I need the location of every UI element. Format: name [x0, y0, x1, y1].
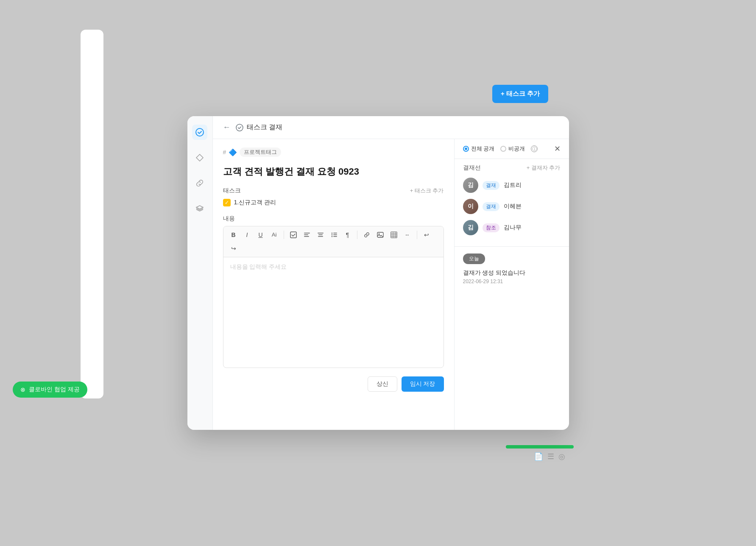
- table-button[interactable]: [388, 229, 400, 241]
- modal-title: 태스크 결재: [247, 123, 282, 132]
- toolbar-divider-2: [357, 231, 357, 239]
- approvers-section: 결재선 + 결재자 추가 김 결재 김트리: [455, 159, 569, 247]
- approver-avatar-3: 김: [463, 220, 478, 235]
- task-text: 1.신규고객 관리: [234, 199, 276, 206]
- bold-button[interactable]: B: [228, 229, 240, 241]
- task-section: 태스크 + 태스크 추가 ✓ 1.신규고객 관리: [223, 187, 444, 206]
- paragraph-button[interactable]: ¶: [342, 229, 354, 241]
- background-sidebar: [81, 30, 103, 398]
- content-label: 내용: [223, 215, 444, 223]
- svg-point-11: [331, 234, 332, 235]
- activity-section: 오늘 결재가 생성 되었습니다 2022-06-29 12:31: [455, 247, 569, 430]
- list-button[interactable]: [328, 229, 340, 241]
- add-task-button[interactable]: + 태스크 추가: [410, 187, 444, 195]
- right-panel: 전체 공개 비공개 ⓘ ✕ 결재선 + 결: [455, 139, 569, 430]
- editor-body[interactable]: 내용을 입력해 주세요: [223, 257, 444, 368]
- private-radio[interactable]: [500, 146, 506, 152]
- approver-name-1: 김트리: [504, 181, 522, 189]
- activity-message: 결재가 생성 되었습니다: [463, 269, 561, 277]
- svg-rect-6: [318, 233, 324, 234]
- sidebar-check-icon[interactable]: [192, 125, 207, 140]
- svg-rect-2: [290, 232, 296, 238]
- main-modal: ← 태스크 결재 # 🔷 프로젝트태그 고객 견적 발행건 결재 요청 0923: [187, 116, 569, 430]
- svg-rect-10: [333, 233, 337, 234]
- editor-toolbar: B I U Ai: [223, 226, 444, 257]
- svg-point-0: [196, 128, 204, 136]
- toolbar-divider-3: [417, 231, 417, 239]
- modal-footer: 상신 임시 저장: [223, 376, 444, 392]
- approver-row-3: 김 참조 김나무: [463, 220, 561, 235]
- underline-button[interactable]: U: [255, 229, 267, 241]
- task-section-label: 태스크: [223, 187, 241, 195]
- toolbar-divider-1: [284, 231, 284, 239]
- svg-rect-7: [318, 234, 323, 235]
- modal-body: # 🔷 프로젝트태그 고객 견적 발행건 결재 요청 0923 태스크 + 태스…: [213, 139, 569, 430]
- approver-badge-2: 결재: [483, 202, 499, 211]
- svg-point-16: [378, 233, 379, 234]
- visibility-options: 전체 공개 비공개 ⓘ: [463, 145, 538, 153]
- add-approver-button[interactable]: + 결재자 추가: [527, 164, 561, 172]
- info-icon[interactable]: ⓘ: [531, 145, 538, 152]
- approver-name-3: 김나무: [504, 224, 522, 231]
- close-button[interactable]: ✕: [554, 145, 561, 153]
- sidebar-link-icon[interactable]: [192, 176, 207, 191]
- svg-rect-8: [318, 236, 323, 237]
- link-button[interactable]: [361, 229, 373, 241]
- svg-point-9: [331, 233, 332, 234]
- approvers-header: 결재선 + 결재자 추가: [463, 164, 561, 172]
- task-checkbox[interactable]: ✓: [223, 199, 231, 206]
- ai-button[interactable]: Ai: [268, 229, 280, 241]
- svg-point-13: [331, 236, 332, 237]
- modal-sidebar: [187, 116, 213, 430]
- align-center-button[interactable]: [315, 229, 326, 241]
- expand-button[interactable]: ↔: [402, 229, 413, 241]
- bottom-icons-row: 📄 ☰ ◎: [534, 452, 565, 461]
- check-circle-icon: [236, 124, 243, 131]
- approver-badge-1: 결재: [483, 181, 499, 190]
- approver-avatar-2: 이: [463, 199, 478, 214]
- hash-symbol: #: [223, 149, 226, 156]
- svg-rect-5: [304, 236, 309, 237]
- image-button[interactable]: [374, 229, 386, 241]
- modal-header: ← 태스크 결재: [213, 116, 569, 139]
- approver-avatar-1: 김: [463, 178, 478, 193]
- svg-rect-3: [304, 233, 310, 234]
- approvers-title: 결재선: [463, 164, 481, 172]
- approver-row-2: 이 결재 이헤븐: [463, 199, 561, 214]
- public-radio[interactable]: [463, 146, 469, 152]
- svg-rect-14: [333, 236, 337, 237]
- activity-timestamp: 2022-06-29 12:31: [463, 279, 561, 284]
- approver-row-1: 김 결재 김트리: [463, 178, 561, 193]
- undo-button[interactable]: ↩: [421, 229, 432, 241]
- cancel-button[interactable]: 상신: [368, 376, 397, 392]
- svg-point-1: [236, 124, 243, 131]
- approver-name-2: 이헤븐: [504, 203, 522, 210]
- task-item: ✓ 1.신규고객 관리: [223, 199, 444, 206]
- add-task-bg-button[interactable]: + 태스크 추가: [492, 85, 548, 103]
- tag-row: # 🔷 프로젝트태그: [223, 148, 444, 157]
- checkbox-button[interactable]: [287, 229, 299, 241]
- doc-icon[interactable]: 📄: [534, 452, 543, 461]
- today-badge: 오늘: [463, 254, 485, 264]
- list-icon[interactable]: ☰: [547, 452, 554, 461]
- back-button[interactable]: ←: [223, 123, 231, 132]
- tag-label: 프로젝트태그: [240, 148, 281, 157]
- right-panel-top: 전체 공개 비공개 ⓘ ✕: [455, 139, 569, 159]
- approver-badge-3: 참조: [483, 223, 499, 232]
- italic-button[interactable]: I: [241, 229, 253, 241]
- editor-placeholder: 내용을 입력해 주세요: [230, 263, 287, 270]
- editor-container: B I U Ai: [223, 226, 444, 368]
- private-option[interactable]: 비공개: [500, 145, 525, 153]
- svg-rect-4: [304, 234, 308, 235]
- save-button[interactable]: 임시 저장: [402, 376, 444, 392]
- doc-title: 고객 견적 발행건 결재 요청 0923: [223, 165, 444, 178]
- tag-icon: 🔷: [229, 148, 237, 156]
- align-left-button[interactable]: [301, 229, 313, 241]
- sidebar-layers-icon[interactable]: [192, 201, 207, 216]
- circle-icon[interactable]: ◎: [558, 452, 565, 461]
- sidebar-diamond-icon[interactable]: [192, 150, 207, 165]
- modal-main: ← 태스크 결재 # 🔷 프로젝트태그 고객 견적 발행건 결재 요청 0923: [213, 116, 569, 430]
- redo-button[interactable]: ↪: [228, 242, 240, 254]
- public-option[interactable]: 전체 공개: [463, 145, 495, 153]
- clova-badge: ⊗ 클로바인 협업 제공: [13, 382, 87, 398]
